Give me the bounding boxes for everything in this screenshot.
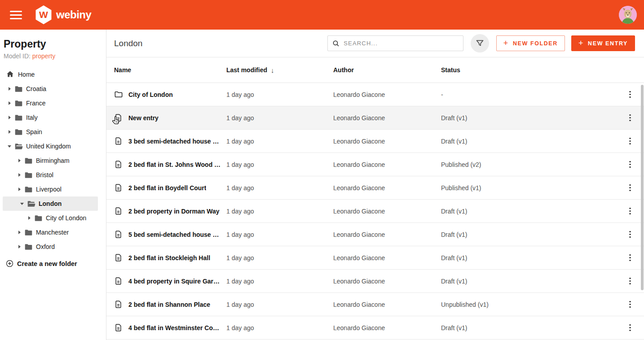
sidebar-item-bristol[interactable]: Bristol — [0, 168, 106, 182]
table-row[interactable]: 2 bed flat in Shannon Place 1 day ago Le… — [106, 293, 644, 316]
entry-author: Leonardo Giacone — [333, 184, 441, 192]
document-icon — [114, 277, 123, 285]
column-header-name[interactable]: Name — [114, 66, 226, 74]
folder-open-icon — [27, 200, 35, 208]
sidebar-item-home[interactable]: Home — [0, 67, 106, 82]
search-icon — [332, 39, 340, 48]
row-actions-menu-button[interactable] — [623, 205, 637, 218]
table-row[interactable]: 3 bed semi-detached house … 1 day ago Le… — [106, 130, 644, 153]
row-actions-menu-button[interactable] — [623, 111, 637, 125]
entry-status: Draft (v1) — [441, 231, 623, 238]
avatar-dog-image — [619, 6, 637, 24]
table-row[interactable]: City of London 1 day ago Leonardo Giacon… — [106, 83, 644, 106]
folder-icon — [24, 157, 33, 165]
folder-icon — [14, 85, 23, 93]
hamburger-menu-icon[interactable] — [10, 11, 22, 19]
entry-name: New entry — [128, 114, 159, 122]
sidebar-item-oxford[interactable]: Oxford — [0, 240, 106, 254]
row-actions-menu-button[interactable] — [623, 135, 637, 148]
entry-author: Leonardo Giacone — [333, 114, 441, 122]
row-actions-menu-button[interactable] — [623, 181, 637, 195]
chevron-icon[interactable] — [16, 173, 22, 177]
row-actions-menu-button[interactable] — [623, 321, 637, 335]
column-header-label: Last modified — [226, 66, 267, 74]
sidebar-item-france[interactable]: France — [0, 96, 106, 110]
sidebar-folder-label: Spain — [26, 128, 42, 135]
table-row[interactable]: 2 bed flat in Boydell Court 1 day ago Le… — [106, 176, 644, 200]
entry-name: 2 bed flat in St. Johns Wood … — [128, 161, 221, 168]
sidebar-item-liverpool[interactable]: Liverpool — [0, 182, 106, 196]
chevron-icon[interactable] — [6, 116, 13, 119]
table-row[interactable]: 2 bed flat in Stockleigh Hall 1 day ago … — [106, 246, 644, 270]
chevron-icon[interactable] — [6, 130, 13, 134]
document-icon — [114, 253, 123, 262]
chevron-icon[interactable] — [26, 216, 32, 220]
row-actions-menu-button[interactable] — [623, 251, 637, 265]
sidebar-folder-label: Manchester — [36, 229, 69, 236]
sidebar-item-london[interactable]: London — [3, 196, 98, 211]
search-input[interactable] — [344, 40, 459, 47]
entry-author: Leonardo Giacone — [333, 231, 441, 238]
new-folder-label: NEW FOLDER — [513, 40, 558, 47]
sidebar-item-label: Home — [18, 71, 35, 78]
table-row[interactable]: 4 bed property in Squire Gar… 1 day ago … — [106, 270, 644, 293]
sidebar-item-croatia[interactable]: Croatia — [0, 82, 106, 96]
table-row[interactable]: 4 bed flat in Westminster Co… 1 day ago … — [106, 316, 644, 340]
row-actions-menu-button[interactable] — [623, 228, 637, 241]
folder-sidebar: Property Model ID: property Home — [0, 30, 106, 340]
webiny-logo[interactable]: W webiny — [35, 5, 91, 24]
model-id-value: property — [32, 52, 55, 60]
sidebar-folder-label: London — [39, 200, 62, 207]
sidebar-item-italy[interactable]: Italy — [0, 110, 106, 125]
filter-button[interactable] — [471, 34, 489, 52]
sidebar-item-spain[interactable]: Spain — [0, 125, 106, 139]
entry-modified: 1 day ago — [226, 91, 333, 98]
row-actions-menu-button[interactable] — [623, 298, 637, 311]
sidebar-folder-label: Birmingham — [36, 157, 70, 164]
entry-name: 3 bed semi-detached house … — [128, 138, 219, 145]
entry-author: Leonardo Giacone — [333, 254, 441, 262]
chevron-icon[interactable] — [6, 87, 13, 91]
table-row[interactable]: New entry 1 day ago Leonardo Giacone Dra… — [106, 106, 644, 130]
sidebar-item-united-kingdom[interactable]: United Kingdom — [0, 139, 106, 153]
folder-icon — [24, 243, 33, 251]
entry-status: Draft (v1) — [441, 254, 623, 262]
table-row[interactable]: 5 bed semi-detached house … 1 day ago Le… — [106, 223, 644, 246]
entry-author: Leonardo Giacone — [333, 161, 441, 168]
new-folder-button[interactable]: + NEW FOLDER — [496, 35, 565, 51]
vertical-scrollbar[interactable] — [641, 85, 644, 290]
sidebar-item-birmingham[interactable]: Birmingham — [0, 153, 106, 168]
entry-modified: 1 day ago — [226, 208, 333, 215]
entry-modified: 1 day ago — [226, 278, 333, 285]
new-entry-button[interactable]: + NEW ENTRY — [571, 35, 635, 51]
sort-desc-icon: ↓ — [271, 66, 274, 74]
sidebar-folder-label: United Kingdom — [26, 143, 71, 150]
chevron-icon[interactable] — [16, 187, 22, 191]
chevron-icon[interactable] — [19, 203, 25, 205]
entry-author: Leonardo Giacone — [333, 138, 441, 145]
sidebar-item-manchester[interactable]: Manchester — [0, 225, 106, 240]
chevron-icon[interactable] — [16, 159, 22, 162]
document-icon — [114, 300, 123, 309]
entry-name: 4 bed property in Squire Gar… — [128, 278, 220, 285]
table-row[interactable]: 2 bed property in Dorman Way 1 day ago L… — [106, 200, 644, 223]
entry-modified: 1 day ago — [226, 254, 333, 262]
row-actions-menu-button[interactable] — [623, 275, 637, 288]
chevron-icon[interactable] — [16, 245, 22, 248]
entry-status: Draft (v1) — [441, 324, 623, 331]
model-id-label: Model ID: — [4, 52, 31, 60]
entry-modified: 1 day ago — [226, 301, 333, 308]
chevron-icon[interactable] — [6, 145, 13, 148]
user-avatar[interactable] — [619, 6, 637, 24]
table-row[interactable]: 2 bed flat in St. Johns Wood … 1 day ago… — [106, 153, 644, 176]
chevron-icon[interactable] — [16, 231, 22, 234]
sidebar-item-city-of-london[interactable]: City of London — [0, 211, 106, 225]
row-actions-menu-button[interactable] — [623, 158, 637, 171]
entry-status: Published (v1) — [441, 184, 623, 192]
content-toolbar: London + NEW FOLDER — [106, 30, 644, 57]
create-folder-button[interactable]: Create a new folder — [0, 260, 106, 267]
entry-status: Unpublished (v1) — [441, 301, 623, 308]
chevron-icon[interactable] — [6, 101, 13, 105]
column-header-last-modified[interactable]: Last modified ↓ — [226, 66, 333, 74]
row-actions-menu-button[interactable] — [623, 88, 637, 101]
